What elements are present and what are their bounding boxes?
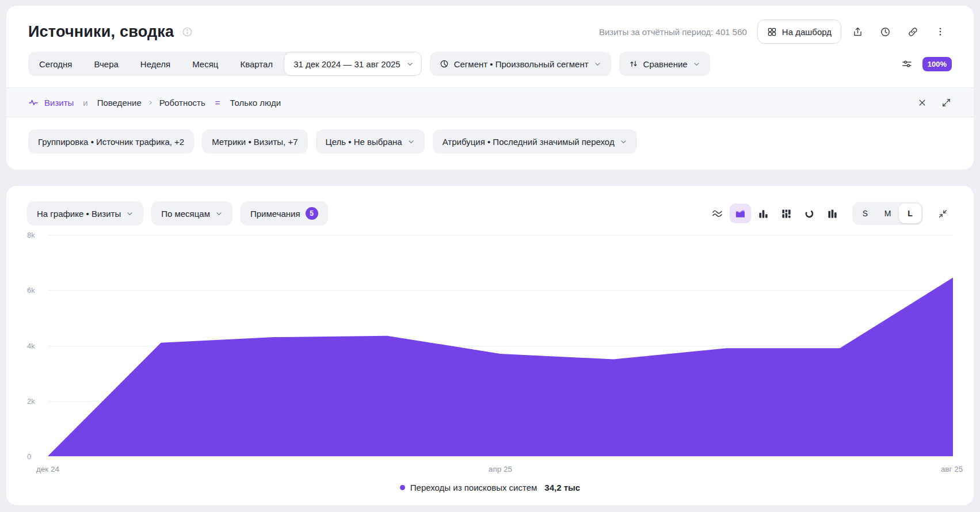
notes-label: Примечания [250,209,300,219]
segment-path-group[interactable]: Поведение [97,98,142,108]
dashboard-button[interactable]: На дашборд [757,20,841,44]
chevron-down-icon [407,138,415,146]
period-tab-yesterday[interactable]: Вчера [83,52,129,76]
chevron-down-icon [126,210,134,217]
chart-size-l[interactable]: L [899,204,921,223]
chart-type-stacked-icon[interactable] [776,204,797,223]
segment-conjunction: и [83,98,87,108]
share-icon [852,26,863,37]
y-tick: 6k [27,286,35,295]
x-tick: дек 24 [36,465,59,473]
attribution-label: Атрибуция • Последний значимый переход [443,137,615,147]
title-row: Источники, сводка Визиты за отчётный пер… [6,6,974,44]
segment-expand-button[interactable] [936,92,956,113]
period-tab-week[interactable]: Неделя [129,52,181,76]
report-header-card: Источники, сводка Визиты за отчётный пер… [6,6,974,170]
filters-row: Группировка • Источник трафика, +2 Метри… [6,117,974,170]
legend-item[interactable]: Переходы из поисковых систем 34,2 тыс [27,483,953,492]
sampling-settings-button[interactable] [897,54,917,74]
segment-button-label: Сегмент • Произвольный сегмент [454,59,589,69]
date-range-button[interactable]: 31 дек 2024 — 31 авг 2025 [284,52,422,76]
chevron-down-icon [215,210,223,217]
notes-count-badge: 5 [306,207,318,220]
chevron-down-icon [693,60,700,68]
compare-icon [629,59,638,68]
share-button[interactable] [846,20,869,43]
granularity-button[interactable]: По месяцам [151,201,232,226]
legend-dot [400,485,405,490]
chart-card: На графике • Визиты По месяцам Примечани… [6,186,974,505]
metrics-button[interactable]: Метрики • Визиты, +7 [202,129,307,154]
segment-button[interactable]: Сегмент • Произвольный сегмент [430,52,611,76]
kebab-icon [935,26,945,37]
dashboard-button-label: На дашборд [782,27,832,37]
grouping-label: Группировка • Источник трафика, +2 [38,137,184,147]
chevron-down-icon [406,60,414,68]
close-icon [917,98,927,108]
y-tick: 2k [27,396,35,405]
info-icon[interactable] [182,26,193,37]
chevron-down-icon [594,60,601,68]
chart-type-columns-icon[interactable] [753,204,774,223]
clock-icon [880,26,891,37]
page-title: Источники, сводка [28,23,174,41]
chart-type-group [707,204,843,223]
metrics-label: Метрики • Визиты, +7 [212,137,298,147]
granularity-label: По месяцам [161,209,210,219]
collapse-icon [938,209,948,219]
expand-icon [941,98,951,108]
chart-size-m[interactable]: M [876,204,899,223]
segment-metric[interactable]: Визиты [44,98,74,108]
area-chart [48,235,953,456]
link-icon [907,26,918,37]
plot-region[interactable] [48,235,953,456]
segment-close-button[interactable] [912,92,932,113]
period-tab-quarter[interactable]: Квартал [229,52,284,76]
chart-size-group: S M L [852,202,923,225]
y-tick: 4k [27,341,35,350]
segment-filter-bar: Визиты и Поведение Роботность = Только л… [6,87,974,117]
toolbar-row: Сегодня Вчера Неделя Месяц Квартал 31 де… [6,44,974,76]
chart-type-area-icon[interactable] [730,204,751,223]
date-range-label: 31 дек 2024 — 31 авг 2025 [293,59,401,69]
copy-link-button[interactable] [901,20,924,43]
compare-button[interactable]: Сравнение [619,52,710,76]
chart-size-s[interactable]: S [854,204,876,223]
segment-path-dimension[interactable]: Роботность [159,98,205,108]
legend-label: Переходы из поисковых систем [410,483,537,492]
goal-button[interactable]: Цель • Не выбрана [316,129,425,154]
grouping-button[interactable]: Группировка • Источник трафика, +2 [28,129,194,154]
y-tick: 0 [27,452,31,461]
more-menu-button[interactable] [929,20,952,43]
chart-type-donut-icon[interactable] [799,204,820,223]
period-tab-month[interactable]: Месяц [181,52,229,76]
gridline [48,456,953,457]
chart-collapse-button[interactable] [932,203,953,224]
on-chart-metric-button[interactable]: На графике • Визиты [27,201,143,226]
visits-pulse-icon [28,97,39,108]
metrica-report-page: Источники, сводка Визиты за отчётный пер… [0,0,980,512]
chart-type-line-icon[interactable] [707,204,728,223]
segment-operator: = [215,98,220,108]
goal-label: Цель • Не выбрана [326,137,402,147]
x-tick: авг 25 [941,465,963,473]
y-tick: 8k [27,231,35,239]
segment-value[interactable]: Только люди [230,98,281,108]
sliders-icon [901,58,913,70]
x-tick: апр 25 [489,465,512,473]
chart-type-bars-icon[interactable] [822,204,843,223]
period-tab-today[interactable]: Сегодня [28,52,83,76]
chart-area: 8k 6k 4k 2k 0 дек 24 апр 25 авг 25 [27,235,953,473]
attribution-button[interactable]: Атрибуция • Последний значимый переход [433,129,637,154]
sampling-badge[interactable]: 100% [922,57,952,71]
on-chart-metric-label: На графике • Визиты [37,209,121,219]
notes-button[interactable]: Примечания 5 [241,201,328,226]
legend-value: 34,2 тыс [544,483,580,492]
segment-icon [440,59,449,68]
period-tab-group: Сегодня Вчера Неделя Месяц Квартал 31 де… [28,52,422,76]
x-axis-labels: дек 24 апр 25 авг 25 [48,461,953,473]
y-axis-labels: 8k 6k 4k 2k 0 [27,235,44,456]
history-button[interactable] [874,20,897,43]
dashboard-icon [767,27,777,37]
compare-button-label: Сравнение [643,59,688,69]
